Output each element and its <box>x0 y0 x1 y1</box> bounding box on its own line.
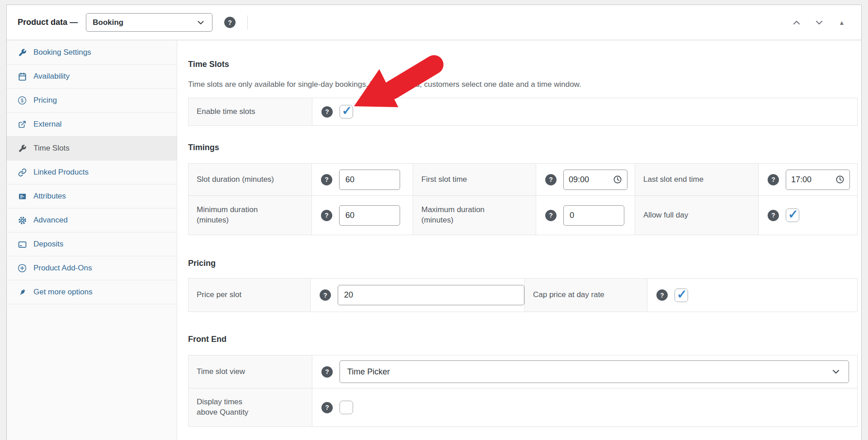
help-icon[interactable] <box>321 106 333 118</box>
time-slot-view-select[interactable]: Time Picker <box>340 360 849 383</box>
field-control-cell <box>312 98 857 125</box>
field-control-cell: 17:00 <box>759 164 857 195</box>
svg-text:$: $ <box>21 98 24 103</box>
help-icon[interactable] <box>224 17 236 28</box>
slot-duration-label: Slot duration (minutes) <box>197 175 274 185</box>
product-type-select[interactable]: Booking <box>86 13 212 32</box>
help-icon[interactable] <box>656 289 668 301</box>
field-label-cell: Minimum duration (minutes) <box>189 196 311 235</box>
wrench-icon <box>18 144 27 153</box>
tab-label: External <box>33 120 61 129</box>
panel-move-up-icon[interactable] <box>791 17 802 28</box>
price-per-slot-input[interactable] <box>338 285 524 305</box>
wrench-icon <box>18 48 27 57</box>
help-icon[interactable] <box>321 174 332 185</box>
time-slot-view-label: Time slot view <box>197 367 245 377</box>
clock-icon <box>835 175 844 184</box>
attributes-icon <box>18 192 27 201</box>
help-icon[interactable] <box>545 174 557 185</box>
tab-pricing[interactable]: $ Pricing <box>7 89 177 113</box>
clock-icon <box>613 175 622 184</box>
field-control-cell: Time Picker <box>312 355 857 388</box>
minimum-duration-label: Minimum duration (minutes) <box>197 205 283 226</box>
tab-label: Get more options <box>33 288 92 297</box>
tab-get-more-options[interactable]: Get more options <box>7 280 177 304</box>
calendar-icon <box>18 72 27 81</box>
help-icon[interactable] <box>768 210 779 221</box>
first-slot-time-input[interactable]: 09:00 <box>563 170 627 190</box>
dollar-circle-icon: $ <box>18 96 27 105</box>
tab-label: Attributes <box>33 192 66 201</box>
field-control-cell <box>647 279 857 312</box>
pricing-table: Price per slot Cap price at day rate <box>188 278 858 312</box>
panel-move-down-icon[interactable] <box>813 17 825 28</box>
display-times-checkbox[interactable] <box>340 401 353 414</box>
allow-full-day-label: Allow full day <box>643 210 688 221</box>
allow-full-day-checkbox[interactable] <box>786 208 799 222</box>
field-label-cell: Allow full day <box>635 196 758 235</box>
panel-header: Product data — Booking ▲ <box>7 5 861 40</box>
maximum-duration-label: Maximum duration (minutes) <box>421 205 507 226</box>
link-icon <box>18 168 27 177</box>
tab-panel-time-slots: Time Slots Time slots are only available… <box>178 41 861 440</box>
tab-label: Product Add-Ons <box>33 264 92 273</box>
section-heading-front-end: Front End <box>188 335 858 344</box>
field-label-cell: Cap price at day rate <box>525 279 647 312</box>
product-data-panel: Product data — Booking ▲ Booking Setting… <box>6 5 862 440</box>
help-icon[interactable] <box>320 289 331 301</box>
help-icon[interactable] <box>545 210 557 221</box>
cap-price-checkbox[interactable] <box>675 289 688 302</box>
help-icon[interactable] <box>768 174 779 185</box>
help-icon[interactable] <box>321 210 332 221</box>
tab-availability[interactable]: Availability <box>7 65 177 89</box>
panel-title: Product data — <box>18 18 78 27</box>
plug-icon <box>18 288 27 297</box>
field-control-cell: 09:00 <box>536 164 635 195</box>
field-label-cell: Time slot view <box>189 355 312 388</box>
field-control-cell <box>311 279 524 312</box>
field-control-cell <box>312 388 857 426</box>
tab-label: Deposits <box>33 240 63 249</box>
field-control-cell <box>312 196 413 235</box>
enable-time-slots-table: Enable time slots <box>188 98 858 126</box>
maximum-duration-input[interactable] <box>563 205 624 226</box>
field-label-cell: Price per slot <box>189 279 310 312</box>
tab-advanced[interactable]: Advanced <box>7 208 177 232</box>
tab-booking-settings[interactable]: Booking Settings <box>7 41 177 65</box>
last-slot-end-value: 17:00 <box>791 175 811 185</box>
gear-icon <box>18 216 27 225</box>
tab-product-add-ons[interactable]: Product Add-Ons <box>7 256 177 280</box>
chevron-down-icon <box>196 18 206 28</box>
tab-attributes[interactable]: Attributes <box>7 185 177 208</box>
field-label-cell: Slot duration (minutes) <box>189 164 311 195</box>
tab-time-slots[interactable]: Time Slots <box>7 137 177 161</box>
section-heading-pricing: Pricing <box>188 259 858 268</box>
field-label-cell: First slot time <box>413 164 536 195</box>
first-slot-time-value: 09:00 <box>569 175 589 185</box>
display-times-label: Display times above Quantity <box>197 397 260 418</box>
tab-label: Pricing <box>33 96 57 105</box>
credit-card-icon <box>18 240 27 249</box>
field-control-cell <box>536 196 635 235</box>
minimum-duration-input[interactable] <box>339 205 400 226</box>
tab-external[interactable]: External <box>7 113 177 137</box>
field-label-cell: Enable time slots <box>189 98 312 125</box>
field-control-cell <box>759 196 857 235</box>
last-slot-end-input[interactable]: 17:00 <box>786 170 850 190</box>
product-type-value: Booking <box>93 18 196 27</box>
price-per-slot-label: Price per slot <box>197 290 241 300</box>
panel-toggle-icon[interactable]: ▲ <box>836 17 848 28</box>
tab-linked-products[interactable]: Linked Products <box>7 161 177 185</box>
field-label-cell: Maximum duration (minutes) <box>413 196 536 235</box>
tab-label: Time Slots <box>33 144 70 153</box>
timings-table: Slot duration (minutes) First slot time … <box>188 163 858 235</box>
tab-label: Linked Products <box>33 168 89 177</box>
section-heading-timings: Timings <box>188 143 858 152</box>
tab-deposits[interactable]: Deposits <box>7 232 177 256</box>
enable-time-slots-label: Enable time slots <box>197 107 255 117</box>
help-icon[interactable] <box>321 366 333 378</box>
help-icon[interactable] <box>321 402 333 413</box>
slot-duration-input[interactable] <box>339 170 400 190</box>
tab-label: Booking Settings <box>33 48 91 57</box>
enable-time-slots-checkbox[interactable] <box>340 105 353 118</box>
